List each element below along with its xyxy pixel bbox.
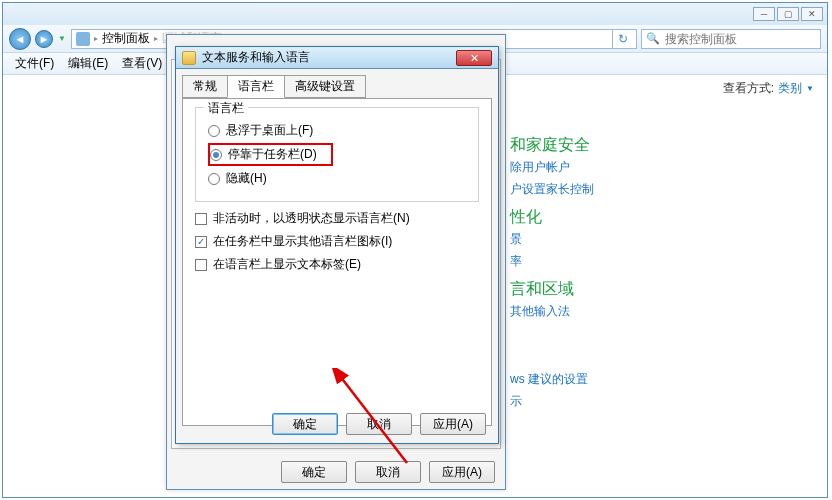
dialog-tabs: 常规 语言栏 高级键设置 xyxy=(182,75,492,98)
view-mode-label: 查看方式: xyxy=(723,80,774,97)
text-services-dialog: 文本服务和输入语言 ✕ 常规 语言栏 高级键设置 语言栏 悬浮于桌面上(F) 停… xyxy=(175,46,499,444)
cancel-button[interactable]: 取消 xyxy=(355,461,421,483)
category-link[interactable]: 景 xyxy=(510,228,594,250)
titlebar: ─ ▢ ✕ xyxy=(3,3,827,25)
category-link[interactable]: 率 xyxy=(510,250,594,272)
history-dropdown[interactable]: ▼ xyxy=(57,30,67,48)
checkbox-text-labels[interactable]: 在语言栏上显示文本标签(E) xyxy=(195,256,479,273)
apply-button[interactable]: 应用(A) xyxy=(429,461,495,483)
checkbox-label: 在任务栏中显示其他语言栏图标(I) xyxy=(213,233,392,250)
checkbox-icon xyxy=(195,259,207,271)
radio-label: 隐藏(H) xyxy=(226,170,267,187)
ok-button[interactable]: 确定 xyxy=(281,461,347,483)
dialog-title: 文本服务和输入语言 xyxy=(202,49,450,66)
highlight-annotation: 停靠于任务栏(D) xyxy=(208,143,333,166)
language-bar-group: 语言栏 悬浮于桌面上(F) 停靠于任务栏(D) 隐藏(H) xyxy=(195,107,479,202)
tab-general[interactable]: 常规 xyxy=(182,75,228,98)
radio-icon xyxy=(210,149,222,161)
checkbox-label: 非活动时，以透明状态显示语言栏(N) xyxy=(213,210,410,227)
checkbox-icon: ✓ xyxy=(195,236,207,248)
maximize-button[interactable]: ▢ xyxy=(777,7,799,21)
radio-hidden[interactable]: 隐藏(H) xyxy=(208,170,466,187)
minimize-button[interactable]: ─ xyxy=(753,7,775,21)
forward-button[interactable]: ► xyxy=(35,30,53,48)
ok-button[interactable]: 确定 xyxy=(272,413,338,435)
dialog-titlebar: 文本服务和输入语言 ✕ xyxy=(176,47,498,69)
search-box[interactable]: 🔍 xyxy=(641,29,821,49)
group-title: 语言栏 xyxy=(204,100,248,117)
tab-panel: 语言栏 悬浮于桌面上(F) 停靠于任务栏(D) 隐藏(H) 非活动时，以透明状态… xyxy=(182,98,492,426)
category-heading[interactable]: 性化 xyxy=(510,206,594,228)
radio-float-desktop[interactable]: 悬浮于桌面上(F) xyxy=(208,122,466,139)
category-link[interactable]: 除用户帐户 xyxy=(510,156,594,178)
radio-dock-taskbar[interactable]: 停靠于任务栏(D) xyxy=(208,143,466,166)
control-panel-icon xyxy=(76,32,90,46)
view-mode-value[interactable]: 类别 xyxy=(778,80,802,97)
refresh-icon[interactable]: ↻ xyxy=(612,29,632,49)
category-heading[interactable]: 和家庭安全 xyxy=(510,134,594,156)
search-icon: 🔍 xyxy=(646,32,660,45)
tab-advanced[interactable]: 高级键设置 xyxy=(284,75,366,98)
checkbox-icon xyxy=(195,213,207,225)
category-heading[interactable]: 言和区域 xyxy=(510,278,594,300)
view-mode: 查看方式: 类别 ▼ xyxy=(723,80,814,97)
checkbox-show-icons[interactable]: ✓ 在任务栏中显示其他语言栏图标(I) xyxy=(195,233,479,250)
category-link[interactable]: ws 建议的设置 xyxy=(510,368,594,390)
back-button[interactable]: ◄ xyxy=(9,28,31,50)
apply-button[interactable]: 应用(A) xyxy=(420,413,486,435)
breadcrumb-item[interactable]: 控制面板 xyxy=(102,30,150,47)
checkbox-label: 在语言栏上显示文本标签(E) xyxy=(213,256,361,273)
category-link[interactable]: 其他输入法 xyxy=(510,300,594,322)
checkbox-transparent[interactable]: 非活动时，以透明状态显示语言栏(N) xyxy=(195,210,479,227)
dialog-icon xyxy=(182,51,196,65)
chevron-down-icon[interactable]: ▼ xyxy=(806,84,814,93)
menu-view[interactable]: 查看(V) xyxy=(116,53,168,74)
breadcrumb-separator: ▸ xyxy=(94,34,98,43)
breadcrumb-separator: ▸ xyxy=(154,34,158,43)
radio-label: 悬浮于桌面上(F) xyxy=(226,122,313,139)
category-link[interactable]: 户设置家长控制 xyxy=(510,178,594,200)
search-input[interactable] xyxy=(663,31,817,47)
radio-icon xyxy=(208,125,220,137)
radio-icon xyxy=(208,173,220,185)
category-link[interactable]: 示 xyxy=(510,390,594,412)
dialog-buttons: 确定 取消 应用(A) xyxy=(272,413,486,435)
close-button[interactable]: ✕ xyxy=(456,50,492,66)
close-button[interactable]: ✕ xyxy=(801,7,823,21)
category-links: 和家庭安全 除用户帐户 户设置家长控制 性化 景 率 言和区域 其他输入法 ws… xyxy=(510,128,594,412)
dialog-buttons: 确定 取消 应用(A) xyxy=(281,461,495,483)
menu-file[interactable]: 文件(F) xyxy=(9,53,60,74)
menu-edit[interactable]: 编辑(E) xyxy=(62,53,114,74)
radio-label: 停靠于任务栏(D) xyxy=(228,146,317,163)
cancel-button[interactable]: 取消 xyxy=(346,413,412,435)
tab-language-bar[interactable]: 语言栏 xyxy=(227,75,285,98)
